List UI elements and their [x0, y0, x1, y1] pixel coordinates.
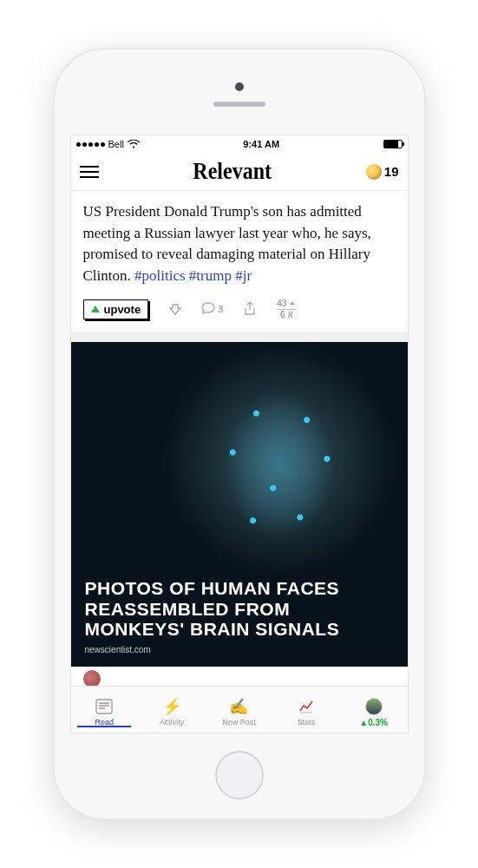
upvote-label: upvote	[104, 303, 141, 316]
tab-read[interactable]: Read	[71, 693, 139, 727]
upvote-button[interactable]: upvote	[83, 299, 149, 319]
read-icon	[95, 698, 113, 715]
phone-frame: Bell 9:41 AM Relevant 19 US President Do…	[53, 48, 426, 820]
avatar	[83, 670, 101, 686]
status-time: 9:41 AM	[243, 139, 279, 149]
stats-icon	[298, 698, 314, 715]
coin-count: 19	[384, 164, 399, 179]
post-score: 43 6R	[277, 299, 296, 319]
coin-balance[interactable]: 19	[366, 164, 399, 180]
coin-icon	[366, 164, 382, 180]
app-header: Relevant 19	[71, 153, 408, 191]
activity-icon: ⚡	[162, 698, 181, 715]
tab-activity[interactable]: ⚡ Activity	[138, 693, 206, 727]
carrier-label: Bell	[108, 139, 124, 149]
tab-new-post[interactable]: ✍️ New Post	[206, 693, 273, 727]
feed-divider	[71, 332, 408, 342]
tab-label: Stats	[298, 718, 316, 727]
upvote-arrow-icon	[91, 306, 100, 312]
feed[interactable]: US President Donald Trump's son has admi…	[71, 191, 408, 686]
tab-label: Activity	[160, 718, 185, 727]
tab-bar: Read ⚡ Activity ✍️ New Post Stats ▲0.3%	[71, 686, 408, 733]
post-actions: upvote 3 43 6R	[83, 287, 396, 323]
signal-dots-icon	[76, 142, 105, 147]
phone-speaker	[213, 102, 265, 107]
tab-profile[interactable]: ▲0.3%	[340, 693, 408, 727]
share-button[interactable]	[242, 301, 258, 317]
tab-stats[interactable]: Stats	[272, 693, 340, 727]
image-post-source: newscientist.com	[85, 645, 394, 654]
new-post-icon: ✍️	[229, 698, 248, 715]
app-logo: Relevant	[193, 159, 272, 185]
home-button[interactable]	[215, 751, 264, 799]
score-down-value: 6	[280, 311, 285, 319]
comment-count: 3	[218, 304, 223, 314]
screen: Bell 9:41 AM Relevant 19 US President Do…	[70, 135, 409, 733]
image-post-card[interactable]: PHOTOS OF HUMAN FACES REASSEMBLED FROM M…	[71, 342, 408, 667]
next-post-peek	[71, 667, 408, 686]
downvote-button[interactable]	[167, 302, 181, 316]
wifi-icon	[128, 140, 140, 148]
post-tags[interactable]: #politics #trump #jr	[134, 267, 252, 284]
menu-icon[interactable]	[80, 166, 99, 178]
profit-label: ▲0.3%	[359, 718, 388, 727]
status-bar: Bell 9:41 AM	[71, 135, 408, 153]
comments-button[interactable]: 3	[200, 301, 223, 317]
svg-rect-0	[96, 700, 112, 713]
tab-label: Read	[95, 718, 115, 727]
score-up-value: 43	[277, 299, 286, 308]
battery-icon	[383, 140, 403, 148]
image-post-headline: PHOTOS OF HUMAN FACES REASSEMBLED FROM M…	[85, 578, 394, 640]
tab-label: New Post	[222, 718, 256, 727]
post-card[interactable]: US President Donald Trump's son has admi…	[71, 191, 408, 332]
profile-avatar-icon	[365, 698, 383, 715]
